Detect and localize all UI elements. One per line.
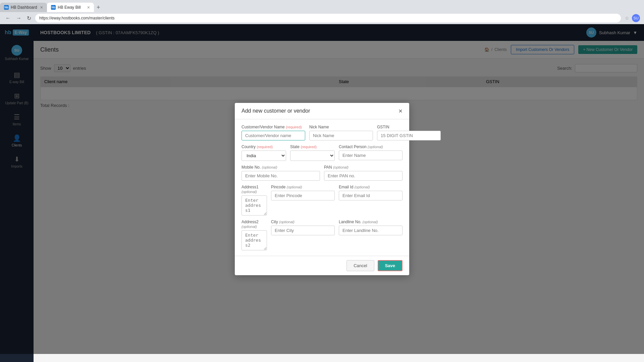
label-country: Country (required) (241, 144, 286, 149)
new-tab-button[interactable]: + (94, 3, 103, 12)
modal-body: Customer/Vendor Name (required) Nick Nam… (235, 119, 409, 256)
save-button[interactable]: Save (378, 260, 402, 271)
bookmark-icon[interactable]: ☆ (625, 15, 629, 21)
required-tag-country: (required) (257, 145, 273, 149)
form-row-2: Country (required) India United States U… (241, 144, 402, 161)
tab-favicon-dashboard: hb (4, 5, 9, 10)
gstin-input[interactable] (377, 131, 441, 140)
form-group-landline: Landline No. (optional) (339, 220, 402, 250)
back-button[interactable]: ← (4, 14, 12, 22)
form-group-address1: Address1 (optional) (241, 185, 267, 216)
modal-overlay: Add new customer or vendor × Customer/Ve… (0, 24, 644, 354)
label-pincode: Pincode (optional) (271, 185, 335, 189)
modal-close-button[interactable]: × (398, 108, 402, 114)
address-bar[interactable] (35, 14, 621, 22)
label-customer-name: Customer/Vendor Name (required) (241, 125, 305, 129)
modal-title: Add new customer or vendor (241, 108, 310, 114)
label-contact-person: Contact Person (optional) (339, 144, 402, 149)
pincode-input[interactable] (271, 191, 335, 200)
browser-tab-eway[interactable]: hb HB Eway Bill × (47, 3, 94, 12)
label-pan: PAN (optional) (324, 165, 402, 170)
browser-profile-icon[interactable]: SU (632, 14, 640, 22)
form-group-pan: PAN (optional) (324, 165, 402, 181)
tab-close-eway[interactable]: × (87, 5, 90, 10)
form-group-mobile: Mobile No. (optional) (241, 165, 320, 181)
form-group-email: Email Id (optional) (339, 185, 402, 216)
required-tag-state: (required) (301, 145, 317, 149)
form-group-customer-name: Customer/Vendor Name (required) (241, 125, 305, 140)
required-tag-customer: (required) (286, 125, 302, 129)
browser-tab-dashboard[interactable]: hb HB Dashboard × (0, 3, 47, 12)
mobile-input[interactable] (241, 171, 320, 181)
form-row-4: Address1 (optional) Pincode (optional) E… (241, 185, 402, 216)
city-input[interactable] (271, 226, 335, 235)
tab-label-eway: HB Eway Bill (58, 5, 81, 10)
label-address2: Address2 (optional) (241, 220, 267, 229)
optional-tag-city: (optional) (279, 220, 294, 224)
nick-name-input[interactable] (309, 131, 373, 140)
contact-person-input[interactable] (339, 150, 402, 160)
optional-tag-contact: (optional) (368, 145, 383, 149)
label-landline: Landline No. (optional) (339, 220, 402, 224)
label-gstin: GSTIN (377, 125, 441, 129)
form-row-1: Customer/Vendor Name (required) Nick Nam… (241, 125, 402, 140)
country-select[interactable]: India United States United Kingdom Other… (241, 150, 286, 161)
label-address1: Address1 (optional) (241, 185, 267, 194)
tab-favicon-eway: hb (51, 5, 56, 10)
optional-tag-pan: (optional) (333, 165, 348, 169)
form-group-country: Country (required) India United States U… (241, 144, 286, 161)
add-customer-modal: Add new customer or vendor × Customer/Ve… (235, 103, 409, 275)
optional-tag-address1: (optional) (241, 190, 257, 194)
label-mobile: Mobile No. (optional) (241, 165, 320, 170)
form-group-gstin: GSTIN (377, 125, 441, 140)
forward-button[interactable]: → (15, 14, 23, 22)
label-email: Email Id (optional) (339, 185, 402, 189)
optional-tag-mobile: (optional) (262, 165, 277, 169)
tab-label-dashboard: HB Dashboard (11, 5, 37, 10)
label-state: State (required) (290, 144, 335, 149)
form-group-contact-person: Contact Person (optional) (339, 144, 402, 161)
label-city: City (optional) (271, 220, 335, 224)
cancel-button[interactable]: Cancel (346, 260, 374, 271)
modal-footer: Cancel Save (235, 256, 409, 275)
form-row-5: Address2 (optional) City (optional) Land… (241, 220, 402, 250)
form-group-nick-name: Nick Name (309, 125, 373, 140)
form-row-3: Mobile No. (optional) PAN (optional) (241, 165, 402, 181)
address2-input[interactable] (241, 230, 267, 250)
landline-input[interactable] (339, 226, 402, 235)
customer-vendor-name-input[interactable] (241, 131, 305, 140)
address1-input[interactable] (241, 195, 267, 216)
form-group-state: State (required) (290, 144, 335, 161)
pan-input[interactable] (324, 171, 402, 181)
modal-header: Add new customer or vendor × (235, 103, 409, 119)
form-group-address2: Address2 (optional) (241, 220, 267, 250)
state-select[interactable] (290, 150, 335, 161)
optional-tag-pincode: (optional) (287, 185, 302, 189)
optional-tag-email: (optional) (355, 185, 370, 189)
optional-tag-landline: (optional) (363, 220, 378, 224)
email-input[interactable] (339, 191, 402, 200)
form-group-city: City (optional) (271, 220, 335, 250)
form-group-pincode: Pincode (optional) (271, 185, 335, 216)
tab-close-dashboard[interactable]: × (40, 5, 43, 10)
reload-button[interactable]: ↻ (25, 14, 33, 22)
label-nick-name: Nick Name (309, 125, 373, 129)
optional-tag-address2: (optional) (241, 225, 257, 229)
